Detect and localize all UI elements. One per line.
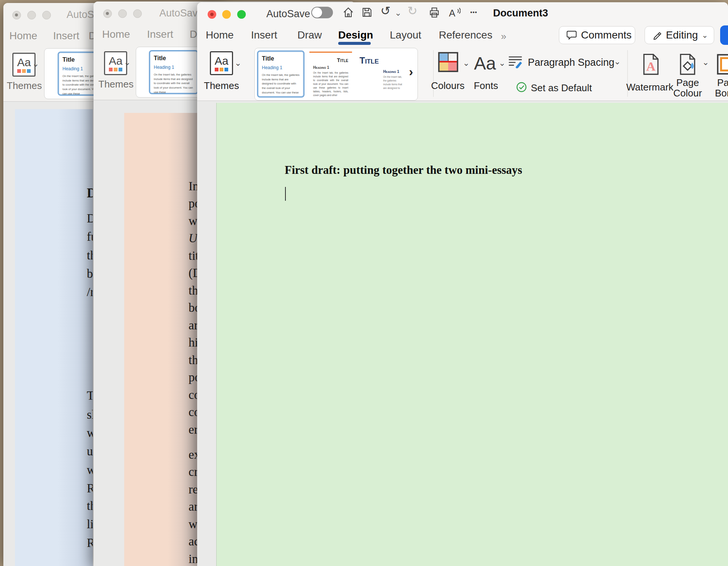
theme-thumbnail[interactable]: Title Heading 1 On the Insert tab, the g… bbox=[356, 52, 406, 98]
thumb-body: On the Insert tab, the galleries include… bbox=[313, 71, 348, 97]
editing-chevron-icon: ⌄ bbox=[702, 31, 708, 40]
more-icon[interactable]: ••• bbox=[470, 9, 477, 15]
svg-text:A: A bbox=[449, 8, 456, 18]
thumb-title: Title bbox=[154, 55, 193, 62]
page-text-fragment: li bbox=[87, 517, 93, 531]
tab-insert[interactable]: Insert bbox=[147, 28, 173, 40]
minimize-button[interactable] bbox=[118, 9, 127, 18]
thumb-body: On the Insert tab, the galleries include… bbox=[262, 73, 300, 95]
themes-swatches-icon bbox=[109, 68, 122, 71]
paragraph-spacing-label[interactable]: Paragraph Spacing bbox=[528, 57, 614, 68]
share-button[interactable] bbox=[720, 25, 728, 45]
theme-thumbnail[interactable]: Title Heading 1 On the Insert tab, the g… bbox=[309, 52, 352, 98]
minimize-button[interactable] bbox=[222, 10, 231, 19]
page-text-fragment: ar bbox=[189, 500, 198, 514]
print-icon[interactable] bbox=[428, 6, 440, 18]
minimize-button[interactable] bbox=[27, 11, 36, 19]
read-aloud-icon[interactable]: A bbox=[449, 6, 461, 18]
themes-chevron-icon[interactable]: ⌄ bbox=[235, 59, 241, 67]
gallery-more-icon[interactable]: › bbox=[409, 65, 413, 78]
zoom-button[interactable] bbox=[133, 9, 142, 18]
page-colour-label-line2: Colour bbox=[671, 87, 704, 99]
document-heading-text: First draft: putting together the two mi… bbox=[285, 163, 522, 177]
page-colour-chevron-icon[interactable]: ⌄ bbox=[702, 58, 709, 67]
document-page-blue[interactable]: DDfuthb/rTslwuwRthliR bbox=[15, 109, 93, 566]
watermark-icon[interactable]: A bbox=[642, 53, 660, 76]
page-text-fragment: cr bbox=[189, 465, 198, 479]
themes-chevron-icon[interactable]: ⌄ bbox=[124, 58, 131, 67]
comments-button[interactable]: Comments bbox=[559, 26, 635, 44]
thumb-body: On the Insert tab, the galleries include… bbox=[154, 73, 193, 94]
home-icon[interactable] bbox=[342, 6, 354, 18]
themes-aa-glyph: Aa bbox=[215, 55, 229, 67]
tab-draw[interactable]: Draw bbox=[297, 29, 322, 41]
page-text-fragment: ar bbox=[189, 319, 198, 332]
pencil-icon bbox=[652, 30, 662, 40]
tab-insert[interactable]: Insert bbox=[251, 29, 277, 41]
undo-chevron-icon[interactable]: ⌄ bbox=[395, 9, 401, 17]
close-button[interactable] bbox=[12, 11, 21, 19]
close-button[interactable] bbox=[103, 9, 112, 18]
thumb-heading: Heading 1 bbox=[262, 65, 300, 70]
editing-label: Editing bbox=[666, 29, 698, 41]
page-text-fragment: w bbox=[87, 463, 93, 477]
word-window-front[interactable]: AutoSave ↺ ⌄ ↻ A ••• Document3 Home Inse… bbox=[197, 2, 728, 566]
tab-insert[interactable]: Insert bbox=[53, 30, 79, 42]
tab-home[interactable]: Home bbox=[9, 30, 37, 42]
document-title: Document3 bbox=[493, 7, 548, 19]
desktop: AutoSave Home Insert Draw Aa ⌄ Themes Ti… bbox=[0, 0, 728, 566]
theme-thumbnail-selected[interactable]: Title Heading 1 On the Insert tab, the g… bbox=[257, 50, 305, 98]
page-text-fragment: fu bbox=[87, 230, 93, 244]
paragraph-spacing-chevron-icon[interactable]: ⌄ bbox=[614, 58, 621, 66]
comments-label: Comments bbox=[581, 29, 631, 41]
zoom-button[interactable] bbox=[237, 10, 246, 19]
themes-label: Themes bbox=[3, 80, 45, 92]
page-text-fragment: R bbox=[87, 536, 93, 550]
page-colour-label-line1: Page bbox=[671, 77, 704, 89]
tab-layout[interactable]: Layout bbox=[390, 29, 421, 41]
page-text-fragment: T bbox=[87, 389, 93, 403]
fonts-label: Fonts bbox=[470, 80, 502, 92]
zoom-button[interactable] bbox=[42, 11, 51, 19]
comment-bubble-icon bbox=[566, 30, 577, 40]
themes-chevron-icon[interactable]: ⌄ bbox=[32, 60, 39, 68]
tab-home[interactable]: Home bbox=[206, 29, 234, 41]
page-text-fragment: U bbox=[189, 231, 198, 245]
page-text-fragment: in bbox=[189, 552, 198, 566]
page-borders-label-line1: Page bbox=[717, 77, 728, 89]
themes-button[interactable]: Aa bbox=[210, 51, 233, 75]
undo-icon[interactable]: ↺ bbox=[380, 5, 391, 17]
editing-button[interactable]: Editing ⌄ bbox=[645, 26, 714, 44]
page-text-fragment: D bbox=[87, 186, 93, 201]
save-icon[interactable] bbox=[361, 6, 373, 18]
themes-swatches-icon bbox=[17, 69, 31, 73]
tab-design[interactable]: Design bbox=[338, 29, 373, 41]
fonts-chevron-icon[interactable]: ⌄ bbox=[499, 59, 505, 67]
page-borders-label-line2: Borders bbox=[715, 87, 728, 99]
colours-chevron-icon[interactable]: ⌄ bbox=[463, 59, 469, 67]
watermark-label: Watermark bbox=[624, 81, 676, 93]
colours-label: Colours bbox=[429, 80, 467, 92]
tab-references[interactable]: References bbox=[439, 29, 492, 41]
page-text-fragment: D bbox=[87, 212, 93, 225]
close-button[interactable] bbox=[208, 10, 216, 19]
window-chrome: AutoSave ↺ ⌄ ↻ A ••• Document3 Home Inse… bbox=[197, 2, 728, 101]
autosave-label: AutoSave bbox=[266, 8, 310, 20]
document-page-green[interactable]: First draft: putting together the two mi… bbox=[216, 103, 728, 566]
text-cursor bbox=[285, 187, 286, 201]
page-text-column: DDfuthb/rTslwuwRthliR bbox=[15, 109, 93, 566]
page-colour-icon[interactable] bbox=[678, 53, 697, 76]
theme-thumbnail[interactable]: Title Heading 1 On the Insert tab, the g… bbox=[149, 50, 198, 94]
colours-icon[interactable] bbox=[438, 52, 458, 72]
page-borders-icon[interactable] bbox=[717, 54, 728, 75]
fonts-icon[interactable]: Aa bbox=[474, 53, 496, 74]
thumb-title: Title bbox=[262, 55, 300, 62]
active-tab-underline bbox=[338, 42, 371, 45]
tab-home[interactable]: Home bbox=[102, 28, 130, 40]
page-text-fragment: th bbox=[87, 249, 93, 262]
thumb-heading: Heading 1 bbox=[383, 70, 403, 74]
themes-label: Themes bbox=[201, 80, 242, 92]
autosave-toggle[interactable] bbox=[311, 7, 333, 18]
set-as-default-label[interactable]: Set as Default bbox=[531, 82, 592, 94]
tabs-overflow-icon[interactable]: » bbox=[501, 31, 507, 42]
